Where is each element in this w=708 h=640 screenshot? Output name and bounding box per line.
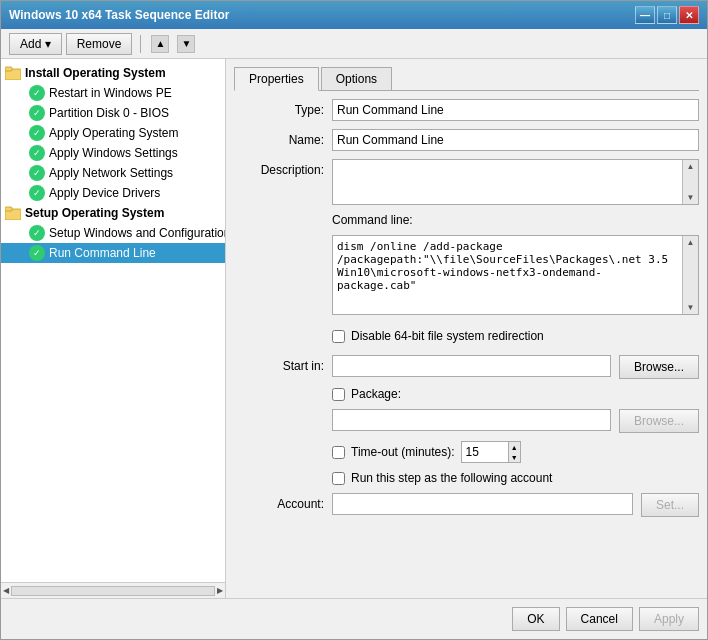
task-sequence-tree: Install Operating System ✓ Restart in Wi… (1, 59, 225, 267)
tree-item-5-label: Apply Network Settings (49, 166, 173, 180)
disable64bit-wrapper: Disable 64-bit file system redirection (332, 329, 544, 343)
remove-button[interactable]: Remove (66, 33, 133, 55)
timeout-checkbox[interactable] (332, 446, 345, 459)
cancel-button[interactable]: Cancel (566, 607, 633, 631)
runasaccount-label: Run this step as the following account (351, 471, 552, 485)
tree-item-4-label: Apply Windows Settings (49, 146, 178, 160)
description-row: Description: ▲ ▼ (234, 159, 699, 205)
disable64bit-spacer (234, 329, 324, 333)
scroll-down-cmd-icon[interactable]: ▼ (687, 303, 695, 312)
move-up-icon[interactable]: ▲ (151, 35, 169, 53)
spinner-buttons: ▲ ▼ (508, 442, 520, 462)
maximize-button[interactable]: □ (657, 6, 677, 24)
package-row: Package: (234, 387, 699, 401)
h-scroll-left-icon[interactable]: ◀ (3, 586, 9, 595)
browse2-button[interactable]: Browse... (619, 409, 699, 433)
right-panel: Properties Options Type: Name: (226, 59, 707, 598)
title-bar: Windows 10 x64 Task Sequence Editor — □ … (1, 1, 707, 29)
name-label: Name: (234, 129, 324, 147)
ok-button[interactable]: OK (512, 607, 559, 631)
check-icon-4: ✓ (29, 145, 45, 161)
h-scroll-track-area: ◀ ▶ (1, 586, 225, 596)
bottom-bar: OK Cancel Apply (1, 598, 707, 639)
timeout-value-input[interactable] (462, 442, 508, 462)
tree-group-setup-os[interactable]: Setup Operating System (1, 203, 225, 223)
description-wrapper: ▲ ▼ (332, 159, 699, 205)
package-checkbox-wrapper: Package: (332, 387, 401, 401)
h-scrollbar: ◀ ▶ (1, 582, 225, 598)
description-scrollbar: ▲ ▼ (682, 160, 698, 204)
main-window: Windows 10 x64 Task Sequence Editor — □ … (0, 0, 708, 640)
commandline-wrapper: ▲ ▼ (332, 235, 699, 315)
package-checkbox[interactable] (332, 388, 345, 401)
browse1-button[interactable]: Browse... (619, 355, 699, 379)
tree-item-apply-os[interactable]: ✓ Apply Operating System (1, 123, 225, 143)
commandline-scrollbar: ▲ ▼ (682, 236, 698, 314)
package-input-spacer (234, 409, 324, 413)
check-icon-2: ✓ (29, 105, 45, 121)
startin-row: Start in: Browse... (234, 355, 699, 379)
check-icon-1: ✓ (29, 85, 45, 101)
name-row: Name: (234, 129, 699, 151)
scroll-up-icon[interactable]: ▲ (687, 162, 695, 171)
apply-button[interactable]: Apply (639, 607, 699, 631)
tab-properties[interactable]: Properties (234, 67, 319, 91)
h-scroll-right-icon[interactable]: ▶ (217, 586, 223, 595)
type-row: Type: (234, 99, 699, 121)
tree-item-restart-windows-pe[interactable]: ✓ Restart in Windows PE (1, 83, 225, 103)
account-row: Account: Set... (234, 493, 699, 517)
timeout-decrement-button[interactable]: ▼ (509, 452, 520, 462)
tree-item-3-label: Apply Operating System (49, 126, 178, 140)
tree-item-apply-windows-settings[interactable]: ✓ Apply Windows Settings (1, 143, 225, 163)
timeout-label: Time-out (minutes): (351, 445, 455, 459)
check-icon-6: ✓ (29, 185, 45, 201)
commandline-row: ▲ ▼ (234, 235, 699, 315)
account-label: Account: (234, 493, 324, 511)
description-textarea[interactable] (333, 160, 682, 204)
tree-item-partition-disk[interactable]: ✓ Partition Disk 0 - BIOS (1, 103, 225, 123)
toolbar: Add ▾ Remove ▲ ▼ (1, 29, 707, 59)
type-input[interactable] (332, 99, 699, 121)
move-down-icon[interactable]: ▼ (177, 35, 195, 53)
svg-rect-1 (5, 67, 12, 71)
commandline-label-spacer (234, 235, 324, 239)
tree-item-apply-device-drivers[interactable]: ✓ Apply Device Drivers (1, 183, 225, 203)
package-input[interactable] (332, 409, 611, 431)
runasaccount-checkbox[interactable] (332, 472, 345, 485)
tab-bar: Properties Options (234, 67, 699, 91)
left-panel: Install Operating System ✓ Restart in Wi… (1, 59, 225, 582)
name-input[interactable] (332, 129, 699, 151)
tree-item-apply-network-settings[interactable]: ✓ Apply Network Settings (1, 163, 225, 183)
tree-item-2-label: Partition Disk 0 - BIOS (49, 106, 169, 120)
set-button[interactable]: Set... (641, 493, 699, 517)
close-button[interactable]: ✕ (679, 6, 699, 24)
main-content: Install Operating System ✓ Restart in Wi… (1, 59, 707, 598)
disable64bit-checkbox[interactable] (332, 330, 345, 343)
tree-group-install-os[interactable]: Install Operating System (1, 63, 225, 83)
commandline-section-label: Command line: (332, 213, 413, 227)
tree-item-setup-windows[interactable]: ✓ Setup Windows and Configuration (1, 223, 225, 243)
disable64bit-row: Disable 64-bit file system redirection (234, 329, 699, 343)
tree-item-run-command-line[interactable]: ✓ Run Command Line (1, 243, 225, 263)
commandline-textarea[interactable] (333, 236, 682, 314)
tab-options[interactable]: Options (321, 67, 392, 90)
group2-label: Setup Operating System (25, 206, 164, 220)
minimize-button[interactable]: — (635, 6, 655, 24)
add-button[interactable]: Add ▾ (9, 33, 62, 55)
scroll-down-icon[interactable]: ▼ (687, 193, 695, 202)
h-scroll-thumb[interactable] (11, 586, 215, 596)
group1-label: Install Operating System (25, 66, 166, 80)
folder-expand-icon-2 (5, 205, 21, 221)
package-input-row: Browse... (234, 409, 699, 433)
left-panel-wrapper: Install Operating System ✓ Restart in Wi… (1, 59, 226, 598)
window-controls: — □ ✕ (635, 6, 699, 24)
check-icon-8: ✓ (29, 245, 45, 261)
commandline-label-row: Command line: (234, 213, 699, 227)
description-label: Description: (234, 159, 324, 177)
tree-item-6-label: Apply Device Drivers (49, 186, 160, 200)
startin-input[interactable] (332, 355, 611, 377)
timeout-increment-button[interactable]: ▲ (509, 442, 520, 452)
account-input[interactable] (332, 493, 633, 515)
startin-label: Start in: (234, 355, 324, 373)
scroll-up-cmd-icon[interactable]: ▲ (687, 238, 695, 247)
